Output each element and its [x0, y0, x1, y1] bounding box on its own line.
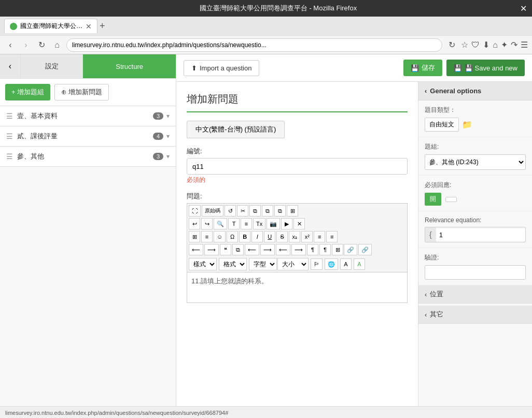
question-label: 問題: [187, 192, 408, 201]
add-question-button[interactable]: ⊕ 增加新問題 [54, 84, 109, 100]
editor-outdent-btn[interactable]: ⟵ [189, 244, 203, 255]
editor-para-btn[interactable]: ¶ [307, 244, 318, 255]
editor-ul-btn[interactable]: ≡ [326, 231, 338, 242]
save-and-new-button[interactable]: 💾 💾 Save and new [446, 60, 525, 76]
pocket-icon[interactable]: ✦ [501, 40, 508, 50]
sidebar-item-group-1[interactable]: ☰ 壹、基本資料 3 ▾ [0, 106, 176, 126]
chevron-icon-2: ▾ [166, 133, 170, 140]
close-button[interactable]: ✕ [520, 4, 527, 13]
refresh-button[interactable]: ↻ [35, 39, 48, 51]
form-panel: 增加新問題 中文(繁體-台灣) (預設語言) 編號: 必須的 問題: ⛶ 原始碼… [176, 82, 418, 406]
style-select[interactable]: 樣式 [189, 258, 217, 270]
editor-sup-btn[interactable]: x² [301, 231, 313, 242]
content-body: 增加新問題 中文(繁體-台灣) (預設語言) 編號: 必須的 問題: ⛶ 原始碼… [176, 82, 532, 406]
editor-clearformat-btn[interactable]: Tx [253, 218, 265, 229]
sidebar-item-group-3[interactable]: ☰ 參、其他 3 ▾ [0, 147, 176, 167]
editor-link-btn[interactable]: 🔗 [344, 244, 357, 255]
editor-bold-btn[interactable]: B [239, 231, 250, 242]
refresh-small-button[interactable]: ↻ [445, 39, 458, 51]
editor-bgcolor-btn[interactable]: A [354, 258, 365, 270]
code-input[interactable] [187, 158, 408, 175]
editor-blockquote-btn[interactable]: ¶ [319, 244, 331, 255]
editor-flag-btn[interactable]: 🏳 [311, 258, 323, 270]
relevance-input[interactable] [436, 229, 526, 241]
validation-input[interactable] [425, 265, 526, 280]
editor-undo-btn[interactable]: ↩ [189, 218, 200, 229]
editor-sub-btn[interactable]: x₂ [289, 231, 300, 242]
editor-align-btn[interactable]: ≡ [201, 231, 213, 242]
editor-list-btn[interactable]: ≡ [241, 218, 252, 229]
editor-fullscreen-btn[interactable]: ⛶ [189, 205, 201, 217]
tab-structure[interactable]: Structure [83, 54, 176, 78]
editor-alignleft-btn[interactable]: ⟵ [245, 244, 259, 255]
editor-refresh-btn[interactable]: ↺ [225, 205, 236, 217]
back-button[interactable]: ‹ [4, 39, 17, 51]
toolbar-right: 💾 儲存 💾 💾 Save and new [403, 60, 525, 76]
reader-icon[interactable]: ↷ [511, 40, 517, 50]
editor-symbol-btn[interactable]: Ω [227, 231, 238, 242]
sidebar-back-button[interactable]: ‹ [0, 54, 21, 78]
font-select[interactable]: 字型 [249, 258, 277, 270]
lang-tab[interactable]: 中文(繁體-台灣) (預設語言) [187, 121, 285, 138]
format-select[interactable]: 格式 [219, 258, 247, 270]
drag-icon-1: ☰ [6, 112, 13, 120]
editor-table-btn[interactable]: ⊞ [287, 205, 298, 217]
home-button[interactable]: ⌂ [51, 39, 63, 51]
shield-icon[interactable]: 🛡 [471, 40, 480, 50]
editor-text: 11.請填上您就讀的科系。 [191, 277, 268, 285]
editor-alignjustify-btn[interactable]: ⟶ [291, 244, 306, 255]
editor-cut-btn[interactable]: ✂ [237, 205, 248, 217]
editor-copy-btn[interactable]: ⧉ [249, 205, 261, 217]
editor-code-btn[interactable]: ⧉ [232, 244, 244, 255]
editor-hr-btn[interactable]: ⊞ [332, 244, 343, 255]
editor-content[interactable]: 11.請填上您就讀的科系。 [187, 272, 408, 303]
editor-special-btn[interactable]: ✕ [293, 218, 305, 229]
editor-italic-btn[interactable]: I [251, 231, 263, 242]
editor-find-btn[interactable]: 🔍 [214, 218, 227, 229]
address-bar[interactable] [66, 38, 442, 52]
other-section-header[interactable]: ‹ 其它 [418, 306, 532, 324]
add-group-button[interactable]: + 增加題組 [5, 84, 50, 100]
size-select[interactable]: 大小 [277, 258, 309, 270]
tab-settings[interactable]: 設定 [21, 54, 83, 78]
position-section-header[interactable]: ‹ 位置 [418, 285, 532, 304]
editor-media-btn[interactable]: ▶ [281, 218, 292, 229]
editor-aligncenter-btn[interactable]: ⟶ [260, 244, 275, 255]
editor-paste-text-btn[interactable]: ⧉ [274, 205, 286, 217]
editor-image-btn[interactable]: 📷 [267, 218, 280, 229]
editor-indent-btn[interactable]: ⟶ [204, 244, 219, 255]
editor-language-btn[interactable]: 🌐 [325, 258, 338, 270]
required-off-button[interactable] [445, 197, 457, 202]
editor-unlink-btn[interactable]: 🔗 [358, 244, 372, 255]
menu-icon[interactable]: ☰ [521, 40, 528, 50]
editor-font-btn[interactable]: T [228, 218, 240, 229]
forward-button[interactable]: › [20, 39, 32, 51]
home-nav-icon[interactable]: ⌂ [493, 40, 498, 50]
active-tab[interactable]: 國立臺灣師範大學公… ✕ [4, 19, 97, 33]
editor-emoji-btn[interactable]: ☺ [214, 231, 226, 242]
new-tab-button[interactable]: + [100, 21, 105, 32]
download-icon[interactable]: ⬇ [483, 40, 489, 50]
editor-paste-btn[interactable]: ⧉ [262, 205, 273, 217]
sidebar-item-group-2[interactable]: ☰ 貳、課後評量 4 ▾ [0, 126, 176, 147]
tab-close-icon[interactable]: ✕ [86, 22, 92, 31]
required-on-button[interactable]: 開 [425, 193, 441, 206]
editor-quote-btn[interactable]: ❝ [220, 244, 231, 255]
editor-underline-btn[interactable]: U [264, 231, 275, 242]
save-new-icon: 💾 [454, 64, 462, 72]
editor-redo-btn[interactable]: ↪ [201, 218, 213, 229]
editor-strike-btn[interactable]: S [276, 231, 288, 242]
import-question-button[interactable]: ⬆ Import a question [184, 60, 259, 76]
other-label: 其它 [430, 310, 443, 319]
save-button[interactable]: 💾 儲存 [403, 60, 442, 76]
editor-alignright-btn[interactable]: ⟵ [276, 244, 290, 255]
type-folder-icon[interactable]: 📁 [462, 120, 472, 129]
required-row: 必須回應: 開 [418, 176, 532, 211]
group-select[interactable]: 參、其他 (ID:243) [425, 154, 526, 170]
bookmark-icon[interactable]: ☆ [461, 40, 468, 50]
import-label: Import a question [200, 64, 251, 72]
editor-fontcolor-btn[interactable]: A [340, 258, 352, 270]
editor-table2-btn[interactable]: ⊞ [189, 231, 200, 242]
editor-ol-btn[interactable]: ≡ [314, 231, 325, 242]
editor-source-btn[interactable]: 原始碼 [202, 205, 223, 217]
